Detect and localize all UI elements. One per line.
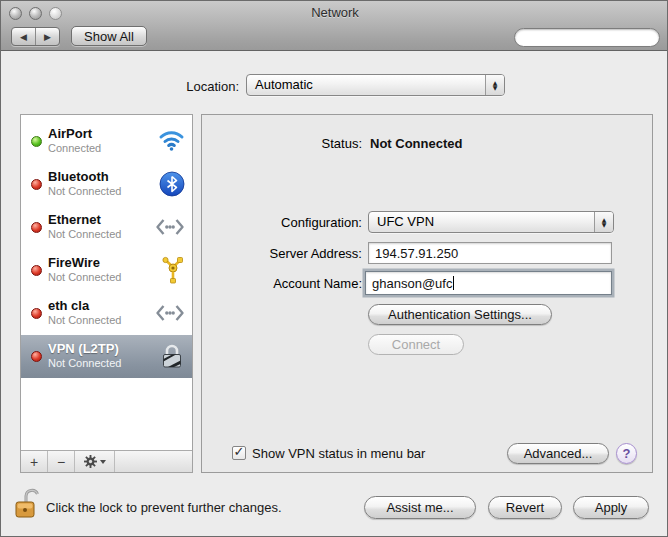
server-address-field[interactable]: 194.57.91.250	[368, 242, 612, 264]
sidebar-item-firewire[interactable]: FireWire Not Connected	[21, 249, 192, 292]
text-caret	[453, 276, 454, 290]
assist-me-button[interactable]: Assist me...	[364, 496, 476, 519]
search-field-container	[514, 28, 660, 47]
sidebar-item-airport[interactable]: AirPort Connected	[21, 120, 192, 163]
revert-button[interactable]: Revert	[488, 496, 562, 519]
service-name: Bluetooth	[48, 169, 121, 185]
gear-icon	[84, 455, 97, 468]
advanced-button[interactable]: Advanced...	[507, 443, 609, 464]
service-status: Connected	[48, 142, 101, 155]
status-dot	[31, 179, 42, 190]
service-status: Not Connected	[48, 228, 121, 241]
service-status: Not Connected	[48, 185, 121, 198]
status-label: Status:	[202, 136, 362, 151]
status-dot	[31, 351, 42, 362]
server-address-value: 194.57.91.250	[375, 246, 458, 261]
apply-button[interactable]: Apply	[573, 496, 649, 519]
search-input[interactable]	[521, 30, 668, 45]
forward-button[interactable]: ▶	[36, 28, 59, 45]
connect-button[interactable]: Connect	[368, 334, 464, 355]
sidebar-item-bluetooth[interactable]: Bluetooth Not Connected	[21, 163, 192, 206]
sidebar-action-bar: + −	[21, 450, 192, 472]
remove-service-button[interactable]: −	[48, 451, 75, 472]
ethernet-icon	[155, 304, 185, 322]
location-label: Location:	[61, 79, 239, 94]
service-name: AirPort	[48, 126, 101, 142]
wifi-icon	[158, 128, 185, 152]
configuration-popup-value: UFC VPN	[369, 212, 594, 232]
popup-stepper-icon: ▲▼	[594, 212, 613, 232]
account-name-value: ghanson@ufc	[372, 276, 452, 291]
service-actions-button[interactable]	[75, 451, 115, 472]
status-dot	[31, 308, 42, 319]
location-popup[interactable]: Automatic ▲▼	[246, 74, 505, 96]
account-name-label: Account Name:	[202, 276, 362, 291]
status-dot	[31, 136, 42, 147]
service-status: Not Connected	[48, 357, 121, 370]
ethernet-icon	[155, 218, 185, 236]
sidebar-item-eth-cla[interactable]: eth cla Not Connected	[21, 292, 192, 335]
sidebar-item-vpn-l2tp[interactable]: VPN (L2TP) Not Connected	[21, 335, 192, 378]
authentication-settings-button[interactable]: Authentication Settings...	[368, 304, 552, 325]
add-service-button[interactable]: +	[21, 451, 48, 472]
show-vpn-status-label: Show VPN status in menu bar	[252, 446, 425, 461]
lock-icon	[159, 342, 185, 370]
window-chrome: Network ◀ ▶ Show All	[1, 1, 668, 51]
lock-hint-text: Click the lock to prevent further change…	[46, 500, 282, 515]
chevron-down-icon	[100, 460, 106, 464]
vpn-settings-panel: Status: Not Connected Configuration: UFC…	[201, 114, 653, 473]
status-dot	[31, 265, 42, 276]
services-sidebar: AirPort Connected Bluetooth Not Connecte…	[20, 114, 193, 473]
configuration-label: Configuration:	[202, 215, 362, 230]
unlocked-padlock-icon[interactable]	[13, 487, 43, 521]
services-list: AirPort Connected Bluetooth Not Connecte…	[21, 115, 192, 450]
service-name: VPN (L2TP)	[48, 341, 121, 357]
bluetooth-icon	[159, 171, 185, 197]
service-name: Ethernet	[48, 212, 121, 228]
show-all-button[interactable]: Show All	[71, 26, 147, 46]
status-value: Not Connected	[370, 136, 462, 151]
window-title: Network	[1, 5, 668, 20]
checkmark-icon: ✓	[234, 444, 245, 459]
service-status: Not Connected	[48, 314, 121, 327]
location-popup-value: Automatic	[247, 75, 485, 95]
back-button[interactable]: ◀	[12, 28, 36, 45]
service-name: eth cla	[48, 298, 121, 314]
server-address-label: Server Address:	[202, 246, 362, 261]
popup-stepper-icon: ▲▼	[485, 75, 504, 95]
help-button[interactable]: ?	[616, 443, 637, 464]
status-dot	[31, 222, 42, 233]
nav-back-forward: ◀ ▶	[11, 27, 60, 46]
firewire-icon	[161, 256, 185, 284]
show-vpn-status-checkbox[interactable]: ✓	[232, 446, 246, 460]
service-name: FireWire	[48, 255, 121, 271]
account-name-field[interactable]: ghanson@ufc	[365, 271, 612, 295]
configuration-popup[interactable]: UFC VPN ▲▼	[368, 211, 614, 233]
sidebar-item-ethernet[interactable]: Ethernet Not Connected	[21, 206, 192, 249]
service-status: Not Connected	[48, 271, 121, 284]
network-preferences-window: Network ◀ ▶ Show All Location: Automatic…	[0, 0, 668, 537]
